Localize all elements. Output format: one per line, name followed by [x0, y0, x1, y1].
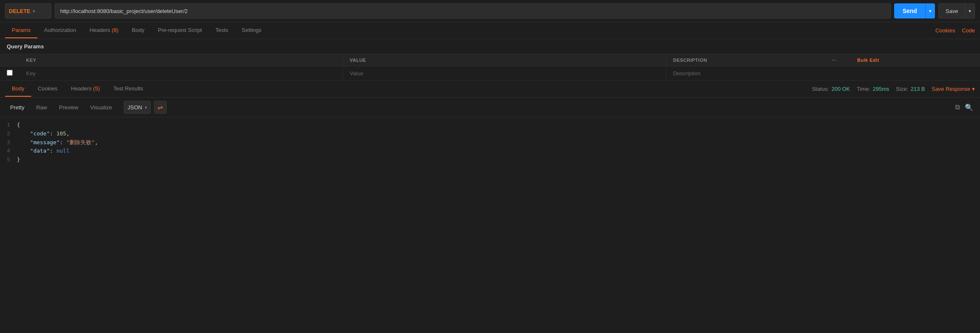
table-row: Key Value Description	[0, 66, 980, 81]
line-content-5: }	[17, 156, 20, 164]
body-tab-pretty[interactable]: Pretty	[5, 102, 29, 113]
body-tab-preview[interactable]: Preview	[54, 102, 83, 113]
time-group: Time: 295ms	[857, 86, 889, 92]
method-select[interactable]: DELETE ▾	[5, 3, 51, 18]
line-num-2: 2	[0, 130, 17, 138]
send-button[interactable]: Send	[894, 3, 926, 18]
status-value: 200 OK	[831, 86, 850, 92]
line-content-2: "code": 105,	[17, 130, 69, 138]
method-label: DELETE	[9, 8, 30, 14]
row-desc-placeholder[interactable]: Description	[673, 70, 700, 77]
row-value-cell: Value	[343, 66, 666, 81]
response-section: Body Cookies Headers (5) Test Results St…	[0, 81, 980, 168]
top-bar: DELETE ▾ Send ▾ Save ▾	[0, 0, 980, 22]
format-dropdown-arrow: ▾	[145, 105, 147, 110]
headers-badge: (8)	[112, 27, 118, 33]
time-value: 295ms	[873, 86, 889, 92]
size-value: 213 B	[911, 86, 925, 92]
format-select[interactable]: JSON ▾	[124, 101, 151, 114]
row-desc-cell: Description	[666, 66, 825, 81]
search-button[interactable]: 🔍	[963, 102, 975, 113]
row-key-cell: Key	[19, 66, 343, 81]
col-description: DESCRIPTION	[666, 54, 825, 66]
response-tabs: Body Cookies Headers (5) Test Results	[5, 81, 812, 97]
time-key-label: Time:	[857, 86, 870, 92]
save-response-label: Save Response	[932, 86, 970, 92]
row-actions-cell	[825, 66, 980, 81]
row-key-placeholder[interactable]: Key	[26, 70, 35, 77]
request-tabs: Params Authorization Headers (8) Body Pr…	[5, 23, 935, 38]
search-icon: 🔍	[965, 104, 973, 111]
col-value: VALUE	[343, 54, 666, 66]
line-content-4: "data": null	[17, 147, 69, 156]
status-info: Status: 200 OK Time: 295ms Size: 213 B	[812, 86, 925, 92]
tab-tests[interactable]: Tests	[209, 23, 235, 38]
body-toolbar: Pretty Raw Preview Visualize JSON ▾ ⇌ ⧉ …	[0, 98, 980, 117]
request-tab-bar: Params Authorization Headers (8) Body Pr…	[0, 22, 980, 39]
response-tab-headers[interactable]: Headers (5)	[64, 81, 107, 97]
response-tab-cookies[interactable]: Cookies	[31, 81, 64, 97]
line-num-5: 5	[0, 156, 17, 164]
col-more-actions: ···	[825, 54, 850, 66]
save-dropdown-button[interactable]: ▾	[965, 3, 975, 18]
response-status-area: Status: 200 OK Time: 295ms Size: 213 B S…	[812, 86, 975, 92]
code-line-4: 4 "data": null	[0, 147, 980, 156]
row-checkbox-cell	[0, 66, 19, 81]
tab-bar-right: Cookies Code	[935, 27, 975, 34]
tab-params[interactable]: Params	[5, 23, 37, 38]
row-value-placeholder[interactable]: Value	[350, 70, 363, 77]
send-button-wrapper: Send ▾	[894, 3, 935, 18]
col-checkbox	[0, 54, 19, 66]
tab-settings[interactable]: Settings	[235, 23, 268, 38]
tab-authorization[interactable]: Authorization	[37, 23, 83, 38]
col-key: KEY	[19, 54, 343, 66]
send-dropdown-button[interactable]: ▾	[926, 3, 935, 18]
query-params-section-label: Query Params	[0, 39, 980, 54]
col-bulk-edit: Bulk Edit	[850, 54, 980, 66]
method-dropdown-arrow: ▾	[33, 9, 35, 13]
copy-button[interactable]: ⧉	[953, 102, 961, 113]
save-button-wrapper: Save ▾	[938, 3, 975, 18]
save-button[interactable]: Save	[938, 3, 965, 18]
bulk-edit-button[interactable]: Bulk Edit	[857, 58, 882, 63]
more-actions-icon[interactable]: ···	[832, 58, 836, 63]
code-line-1: 1 {	[0, 121, 980, 130]
body-tab-raw[interactable]: Raw	[31, 102, 52, 113]
code-link[interactable]: Code	[962, 27, 975, 34]
response-tab-bar: Body Cookies Headers (5) Test Results St…	[0, 81, 980, 98]
params-table: KEY VALUE DESCRIPTION ··· Bulk Edit Key …	[0, 54, 980, 81]
tab-pre-request-script[interactable]: Pre-request Script	[151, 23, 209, 38]
status-key-label: Status:	[812, 86, 829, 92]
wrap-button[interactable]: ⇌	[154, 101, 167, 114]
response-tab-body[interactable]: Body	[5, 81, 31, 97]
code-line-3: 3 "message": "删除失败",	[0, 138, 980, 147]
save-response-button[interactable]: Save Response ▾	[932, 86, 975, 92]
body-tab-visualize[interactable]: Visualize	[85, 102, 117, 113]
row-checkbox[interactable]	[7, 70, 13, 76]
line-num-1: 1	[0, 121, 17, 130]
response-body-code[interactable]: 1 { 2 "code": 105, 3 "message": "删除失败", …	[0, 117, 980, 168]
code-area: 1 { 2 "code": 105, 3 "message": "删除失败", …	[0, 117, 980, 168]
format-label: JSON	[128, 104, 142, 111]
code-line-5: 5 }	[0, 156, 980, 164]
tab-body[interactable]: Body	[125, 23, 151, 38]
response-headers-badge: (5)	[93, 85, 100, 92]
save-response-dropdown-arrow: ▾	[972, 86, 975, 92]
cookies-link[interactable]: Cookies	[935, 27, 955, 34]
size-key-label: Size:	[896, 86, 908, 92]
copy-icon: ⧉	[955, 103, 960, 111]
size-group: Size: 213 B	[896, 86, 925, 92]
line-num-4: 4	[0, 147, 17, 156]
status-group: Status: 200 OK	[812, 86, 850, 92]
line-num-3: 3	[0, 138, 17, 147]
wrap-icon: ⇌	[157, 103, 163, 111]
response-tab-test-results[interactable]: Test Results	[107, 81, 150, 97]
line-content-1: {	[17, 121, 20, 130]
line-content-3: "message": "删除失败",	[17, 138, 98, 147]
code-line-2: 2 "code": 105,	[0, 130, 980, 138]
tab-headers[interactable]: Headers (8)	[83, 23, 125, 38]
url-input[interactable]	[55, 3, 891, 18]
